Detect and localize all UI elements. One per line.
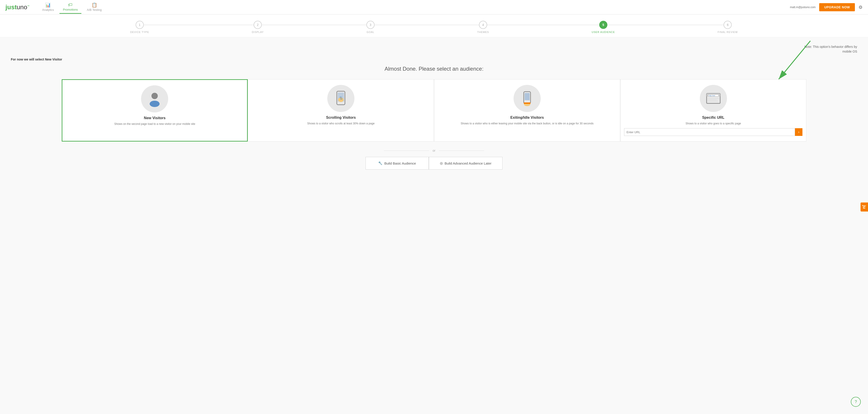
scrolling-visitors-desc: Shows to a visitor who scrolls at least … [307, 122, 375, 126]
audience-cards-row: New Visitors Shows on the second page lo… [11, 79, 857, 142]
help-button[interactable]: ? [851, 397, 861, 407]
svg-text:⇅: ⇅ [339, 96, 343, 100]
url-input[interactable] [624, 128, 795, 136]
step-user-audience: 5 USER AUDIENCE [592, 21, 615, 33]
new-visitors-title: New Visitors [144, 116, 166, 120]
nav-analytics-label: Analytics [42, 8, 54, 11]
step-display: 2 DISPLAY [252, 21, 264, 33]
step-circle-6: 6 [723, 21, 732, 29]
svg-point-1 [151, 93, 158, 99]
build-basic-audience-button[interactable]: 🔧 Build Basic Audience [366, 157, 429, 170]
or-line-left [384, 150, 429, 151]
green-arrow-icon [774, 39, 815, 84]
help-icon: ? [855, 400, 857, 404]
user-email: matt.m@justuno.com [790, 6, 816, 9]
nav-promotions-label: Promotions [63, 8, 78, 11]
svg-rect-16 [708, 98, 719, 99]
step-device-type: 1 DEVICE TYPE [130, 21, 149, 33]
or-label: or [433, 149, 435, 152]
step-final-review: 6 FINAL REVIEW [718, 21, 738, 33]
new-visitors-icon-circle [141, 85, 168, 112]
specific-url-desc: Shows to a visitor who goes to a specifi… [686, 122, 741, 126]
specific-url-title: Specific URL [702, 115, 724, 119]
build-basic-label: Build Basic Audience [384, 162, 416, 165]
nav-promotions[interactable]: 🏷 Promotions [59, 0, 82, 14]
step-goal: 3 GOAL [366, 21, 375, 33]
step-label-3: GOAL [367, 31, 375, 33]
logo-trademark: ™ [27, 5, 30, 7]
promotions-icon: 🏷 [68, 2, 72, 7]
nav-ab-testing[interactable]: 📋 A/B Testing [83, 0, 105, 14]
wrench-icon: 🔧 [378, 161, 382, 165]
or-divider: or [11, 149, 857, 152]
header: justuno™ 📊 Analytics 🏷 Promotions 📋 A/B … [0, 0, 868, 14]
bottom-buttons: 🔧 Build Basic Audience ◎ Build Advanced … [11, 157, 857, 170]
upgrade-button[interactable]: UPGRADE NOW [819, 3, 855, 11]
header-right: matt.m@justuno.com UPGRADE NOW ⚙ [790, 3, 863, 11]
specific-url-svg: http://ww [704, 90, 722, 107]
card-specific-url[interactable]: http://ww Specific URL Shows to a visito… [620, 79, 807, 142]
build-advanced-audience-button[interactable]: ◎ Build Advanced Audience Later [429, 157, 503, 170]
ab-testing-icon: 📋 [92, 2, 97, 8]
card-new-visitors[interactable]: New Visitors Shows on the second page lo… [62, 79, 248, 142]
analytics-icon: 📊 [45, 2, 51, 8]
nav-analytics[interactable]: 📊 Analytics [39, 0, 58, 14]
step-label-4: THEMES [477, 31, 489, 33]
step-circle-1: 1 [135, 21, 144, 29]
clock-icon: ◎ [440, 161, 443, 165]
or-line-right [439, 150, 484, 151]
exiting-idle-icon-circle [514, 85, 541, 112]
section-title: Almost Done. Please select an audience: [11, 66, 857, 72]
exiting-idle-svg [518, 90, 536, 107]
exiting-idle-title: Exiting/Idle Visitors [510, 115, 544, 119]
gear-icon[interactable]: ⚙ [859, 4, 863, 10]
svg-rect-17 [708, 99, 717, 100]
scrolling-visitors-icon-circle: ⇅ [327, 85, 354, 112]
logo: justuno™ [5, 4, 30, 11]
step-label-5: USER AUDIENCE [592, 31, 615, 33]
svg-text:http://ww: http://ww [709, 95, 715, 97]
scrolling-visitors-title: Scrolling Visitors [326, 115, 356, 119]
card-exiting-idle[interactable]: Exiting/Idle Visitors Shows to a visitor… [434, 79, 620, 142]
step-circle-5: 5 [599, 21, 608, 29]
stepper: 1 DEVICE TYPE 2 DISPLAY 3 GOAL 4 THEMES … [130, 21, 738, 33]
svg-point-2 [150, 101, 160, 107]
url-input-row: › [624, 128, 803, 136]
nav-ab-testing-label: A/B Testing [87, 8, 102, 11]
step-themes: 4 THEMES [477, 21, 489, 33]
step-circle-3: 3 [366, 21, 375, 29]
build-advanced-label: Build Advanced Audience Later [445, 162, 492, 165]
svg-rect-9 [525, 93, 530, 100]
stepper-container: 1 DEVICE TYPE 2 DISPLAY 3 GOAL 4 THEMES … [0, 14, 868, 37]
new-visitors-desc: Shows on the second page load to a new v… [114, 122, 195, 126]
step-label-6: FINAL REVIEW [718, 31, 738, 33]
step-label-2: DISPLAY [252, 31, 264, 33]
url-submit-button[interactable]: › [795, 128, 802, 136]
card-scrolling-visitors[interactable]: ⇅ Scrolling Visitors Shows to a visitor … [248, 79, 434, 142]
step-circle-4: 4 [479, 21, 487, 29]
intro-label: For now we will select New Visitor [11, 58, 857, 61]
step-label-1: DEVICE TYPE [130, 31, 149, 33]
new-visitor-svg [146, 90, 164, 108]
main-content: Note: This option's behavior differs bym… [0, 37, 868, 414]
exiting-idle-desc: Shows to a visitor who is either leaving… [461, 122, 594, 126]
svg-rect-11 [524, 102, 530, 104]
scrolling-visitor-svg: ⇅ [332, 90, 350, 107]
specific-url-icon-circle: http://ww [700, 85, 727, 112]
step-circle-2: 2 [254, 21, 262, 29]
note-text: Note: This option's behavior differs bym… [11, 44, 857, 54]
svg-rect-18 [708, 101, 718, 101]
main-nav: 📊 Analytics 🏷 Promotions 📋 A/B Testing [39, 0, 790, 14]
side-tab: ju [861, 203, 868, 211]
